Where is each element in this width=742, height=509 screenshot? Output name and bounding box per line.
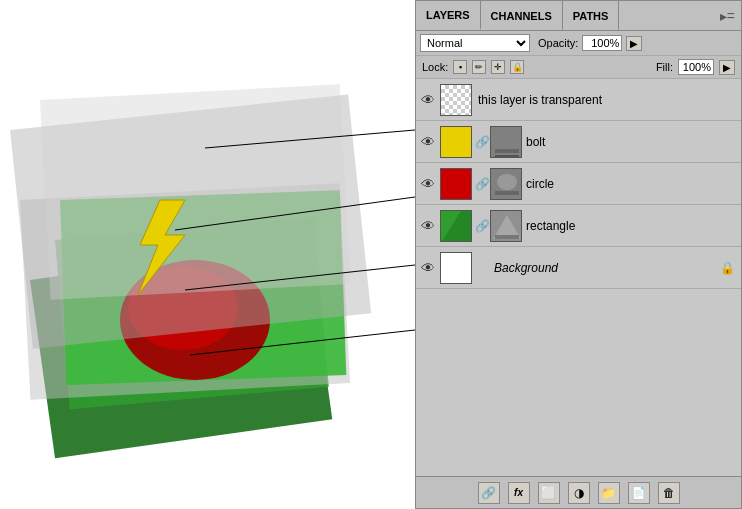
opacity-label: Opacity:: [538, 37, 578, 49]
layers-panel: LAYERS CHANNELS PATHS ▸= Normal Dissolve…: [415, 0, 742, 509]
tab-layers[interactable]: LAYERS: [416, 1, 481, 30]
svg-rect-8: [40, 84, 350, 299]
add-mask-btn[interactable]: ⬜: [538, 482, 560, 504]
adjustment-btn[interactable]: ◑: [568, 482, 590, 504]
lock-all-btn[interactable]: 🔒: [510, 60, 524, 74]
illustration-area: [0, 0, 415, 509]
svg-rect-21: [495, 191, 519, 195]
layer-name-bolt: bolt: [526, 135, 739, 149]
layer-visibility-circle[interactable]: 👁: [418, 174, 438, 194]
layer-mask-bolt: [490, 126, 522, 158]
fill-arrow[interactable]: ▶: [719, 60, 735, 75]
layer-mask-rectangle: [490, 210, 522, 242]
lock-row: Lock: ▪ ✏ ✛ 🔒 Fill: ▶: [416, 56, 741, 79]
layer-item-circle[interactable]: 👁 🔗 circle: [416, 163, 741, 205]
blend-mode-select[interactable]: Normal Dissolve Multiply Screen: [420, 34, 530, 52]
layer-thumb-rectangle: [440, 210, 472, 242]
layer-visibility-bolt[interactable]: 👁: [418, 132, 438, 152]
layer-visibility-transparent[interactable]: 👁: [418, 90, 438, 110]
fill-label: Fill:: [656, 61, 673, 73]
layer-lock-icon: 🔒: [720, 261, 735, 275]
layer-item-background[interactable]: 👁 Background 🔒: [416, 247, 741, 289]
tab-channels[interactable]: CHANNELS: [481, 1, 563, 30]
blend-mode-row: Normal Dissolve Multiply Screen Opacity:…: [416, 31, 741, 56]
layer-visibility-rectangle[interactable]: 👁: [418, 216, 438, 236]
layer-item-bolt[interactable]: 👁 🔗 bolt: [416, 121, 741, 163]
layer-link-bolt: 🔗: [474, 134, 490, 150]
opacity-input[interactable]: [582, 35, 622, 51]
svg-point-20: [497, 174, 517, 190]
link-layers-btn[interactable]: 🔗: [478, 482, 500, 504]
delete-layer-btn[interactable]: 🗑: [658, 482, 680, 504]
new-layer-btn[interactable]: 📄: [628, 482, 650, 504]
layer-link-rectangle: 🔗: [474, 218, 490, 234]
new-group-btn[interactable]: 📁: [598, 482, 620, 504]
svg-rect-16: [495, 149, 519, 153]
layer-thumb-bolt: [440, 126, 472, 158]
opacity-arrow[interactable]: ▶: [626, 36, 642, 51]
lock-label: Lock:: [422, 61, 448, 73]
layer-name-transparent: this layer is transparent: [478, 93, 739, 107]
layers-list: 👁 this layer is transparent 👁 🔗: [416, 79, 741, 476]
layer-name-rectangle: rectangle: [526, 219, 739, 233]
lock-position-btn[interactable]: ✛: [491, 60, 505, 74]
tab-bar: LAYERS CHANNELS PATHS ▸=: [416, 1, 741, 31]
layer-visibility-background[interactable]: 👁: [418, 258, 438, 278]
layer-name-circle: circle: [526, 177, 739, 191]
tab-paths[interactable]: PATHS: [563, 1, 620, 30]
layers-content: 👁 this layer is transparent 👁 🔗: [416, 79, 741, 476]
fill-input[interactable]: [678, 59, 714, 75]
svg-rect-18: [441, 169, 472, 200]
lock-transparent-btn[interactable]: ▪: [453, 60, 467, 74]
panel-menu-button[interactable]: ▸=: [714, 8, 741, 24]
layer-name-background: Background: [494, 261, 720, 275]
layer-fx-btn[interactable]: fx: [508, 482, 530, 504]
svg-marker-14: [447, 129, 467, 157]
layer-thumb-transparent: [440, 84, 472, 116]
layer-link-circle: 🔗: [474, 176, 490, 192]
layer-thumb-circle: [440, 168, 472, 200]
lock-pixels-btn[interactable]: ✏: [472, 60, 486, 74]
svg-rect-15: [491, 127, 522, 158]
svg-rect-26: [495, 235, 519, 239]
layer-item-transparent[interactable]: 👁 this layer is transparent: [416, 79, 741, 121]
layer-mask-circle: [490, 168, 522, 200]
svg-rect-17: [495, 155, 519, 157]
layer-item-rectangle[interactable]: 👁 🔗 rectangle: [416, 205, 741, 247]
layer-thumb-background: [440, 252, 472, 284]
bottom-toolbar: 🔗 fx ⬜ ◑ 📁 📄 🗑: [416, 476, 741, 508]
